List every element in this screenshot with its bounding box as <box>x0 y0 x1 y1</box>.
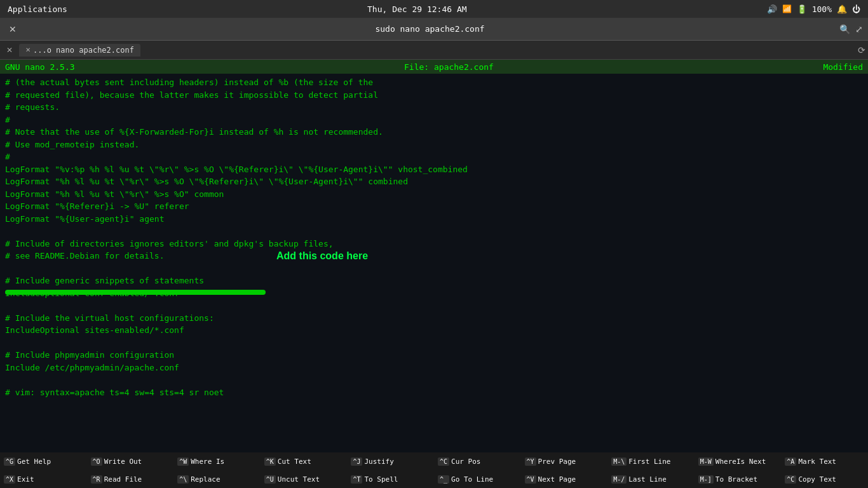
editor-lines: # (the actual bytes sent including heade… <box>5 76 863 398</box>
editor-line: # Include phpmyadmin configuration <box>5 349 863 362</box>
shortcut-item[interactable]: ^\Replace <box>173 470 261 488</box>
editor-line: # Include generic snippets of statements <box>5 274 863 287</box>
shortcut-label: Mark Text <box>798 458 836 466</box>
system-bar: Applications Thu, Dec 29 12:46 AM 🔊 📶 🔋 … <box>0 0 868 18</box>
shortcut-item[interactable]: ^VNext Page <box>521 470 608 488</box>
shortcut-label: Cur Pos <box>451 458 480 466</box>
shortcut-key: M-] <box>698 475 714 484</box>
editor-line <box>5 299 863 312</box>
editor-line: # see README.Debian for details. <box>5 250 863 262</box>
nano-status-bar: GNU nano 2.5.3 File: apache2.conf Modifi… <box>0 60 868 74</box>
editor-area[interactable]: # (the actual bytes sent including heade… <box>0 74 868 452</box>
editor-line <box>5 337 863 349</box>
tab-bar-right: ⟳ <box>858 45 865 55</box>
window-icons: 🔍 ⤢ <box>839 24 863 34</box>
shortcut-label: Uncut Text <box>278 475 320 484</box>
shortcut-key: ^V <box>525 475 536 484</box>
system-bar-left: Applications <box>8 4 67 14</box>
shortcut-key: M-W <box>698 458 714 466</box>
tab-add-button[interactable]: ✕ <box>3 44 17 56</box>
notification-icon[interactable]: 🔔 <box>837 4 847 14</box>
shortcut-item[interactable]: ^OWrite Out <box>87 452 174 470</box>
window-close-button[interactable]: ✕ <box>5 23 20 36</box>
battery-label: 100% <box>812 4 832 14</box>
editor-line: LogFormat "%v:%p %h %l %u %t \"%r\" %>s … <box>5 163 863 176</box>
shortcut-row: ^XExit^RRead File^\Replace^UUncut Text^T… <box>0 470 868 488</box>
editor-line: # requests. <box>5 101 863 114</box>
shortcut-label: Go To Line <box>451 475 493 484</box>
applications-label[interactable]: Applications <box>8 4 67 14</box>
resize-button[interactable]: ⤢ <box>855 24 863 34</box>
power-icon[interactable]: ⏻ <box>852 4 860 14</box>
volume-icon[interactable]: 🔊 <box>767 4 777 14</box>
shortcut-item[interactable]: M-\First Line <box>607 452 695 470</box>
shortcut-key: ^K <box>264 458 276 466</box>
shortcut-key: ^W <box>177 458 189 466</box>
shortcut-label: WhereIs Next <box>715 458 766 466</box>
tab-bar: ✕ ✕ ...o nano apache2.conf ⟳ <box>0 41 868 60</box>
editor-line: # (the actual bytes sent including heade… <box>5 76 863 89</box>
editor-line <box>5 225 863 238</box>
shortcut-item[interactable]: ^UUncut Text <box>261 470 348 488</box>
shortcut-item[interactable]: M-]To Bracket <box>695 470 782 488</box>
shortcut-key: ^O <box>91 458 102 466</box>
editor-line: LogFormat "%h %l %u %t \"%r\" %>s %O" co… <box>5 188 863 201</box>
datetime-label: Thu, Dec 29 12:46 AM <box>367 4 467 14</box>
editor-line: # Use mod_remoteip instead. <box>5 139 863 151</box>
editor-line: # <box>5 114 863 126</box>
shortcut-label: First Line <box>628 458 670 466</box>
shortcut-item[interactable]: ^AMark Text <box>781 452 868 470</box>
shortcut-key: ^C <box>785 475 796 484</box>
shortcut-key: ^_ <box>438 475 449 484</box>
battery-icon: 🔋 <box>797 4 807 14</box>
tab-history-button[interactable]: ⟳ <box>858 45 865 55</box>
shortcut-item[interactable]: M-/Last Line <box>607 470 695 488</box>
tab-item[interactable]: ✕ ...o nano apache2.conf <box>19 44 140 57</box>
editor-line: LogFormat "%{Referer}i -> %U" referer <box>5 200 863 213</box>
shortcut-label: Last Line <box>628 475 667 484</box>
shortcut-item[interactable]: ^KCut Text <box>261 452 348 470</box>
tab-close-icon[interactable]: ✕ <box>25 46 31 53</box>
editor-line: LogFormat "%{User-agent}i" agent <box>5 213 863 226</box>
shortcut-item[interactable]: ^JJustify <box>347 452 434 470</box>
shortcut-item[interactable]: ^XExit <box>0 470 87 488</box>
shortcut-item[interactable]: M-WWhereIs Next <box>695 452 782 470</box>
nano-modified: Modified <box>823 62 863 72</box>
editor-line: Include /etc/phpmyadmin/apache.conf <box>5 362 863 374</box>
shortcut-item[interactable]: ^CCur Pos <box>434 452 521 470</box>
shortcut-item[interactable]: ^TTo Spell <box>347 470 434 488</box>
shortcut-item[interactable]: ^YPrev Page <box>521 452 608 470</box>
shortcut-label: To Spell <box>364 475 398 484</box>
search-button[interactable]: 🔍 <box>839 24 850 34</box>
shortcut-key: ^T <box>351 475 362 484</box>
shortcut-key: ^A <box>785 458 796 466</box>
shortcut-item[interactable]: ^CCopy Text <box>781 470 868 488</box>
shortcut-label: To Bracket <box>715 475 757 484</box>
shortcut-label: Replace <box>191 475 220 484</box>
wifi-icon: 📶 <box>782 4 792 13</box>
shortcut-label: Justify <box>364 458 393 466</box>
shortcut-item[interactable]: ^GGet Help <box>0 452 87 470</box>
shortcut-item[interactable]: ^_Go To Line <box>434 470 521 488</box>
shortcut-key: ^G <box>4 458 15 466</box>
shortcut-label: Cut Text <box>278 458 311 466</box>
shortcut-key: ^R <box>91 475 102 484</box>
editor-line: # vim: syntax=apache ts=4 sw=4 sts=4 sr … <box>5 386 863 399</box>
editor-line: # Include the virtual host configuration… <box>5 312 863 325</box>
shortcut-item[interactable]: ^RRead File <box>87 470 174 488</box>
editor-line: IncludeOptional sites-enabled/*.conf <box>5 324 863 337</box>
shortcut-key: ^Y <box>525 458 536 466</box>
window-titlebar: ✕ sudo nano apache2.conf 🔍 ⤢ <box>0 18 868 41</box>
nano-version: GNU nano 2.5.3 <box>5 62 75 72</box>
shortcut-label: Copy Text <box>798 475 836 484</box>
shortcut-label: Where Is <box>191 458 224 466</box>
shortcut-key: ^\ <box>177 475 189 484</box>
shortcut-label: Next Page <box>538 475 576 484</box>
shortcut-label: Read File <box>104 475 142 484</box>
editor-line: # <box>5 151 863 163</box>
shortcut-key: ^X <box>4 475 15 484</box>
shortcut-item[interactable]: ^WWhere Is <box>173 452 261 470</box>
editor-line: # requested file), because the latter ma… <box>5 89 863 102</box>
editor-line: IncludeOptional conf-enabled/*.conf <box>5 287 863 300</box>
shortcut-label: Prev Page <box>538 458 576 466</box>
